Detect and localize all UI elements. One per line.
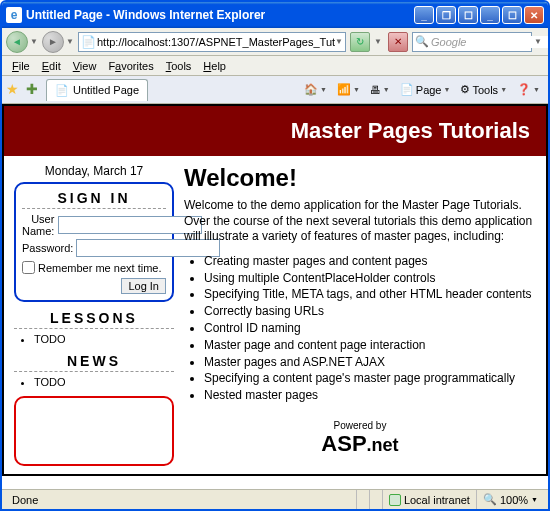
list-item: Master page and content page interaction (204, 337, 536, 354)
close-button[interactable]: ✕ (524, 6, 544, 24)
password-row: Password: (22, 239, 166, 257)
feeds-button[interactable]: 📶▼ (333, 80, 364, 100)
search-dropdown[interactable]: ▼ (534, 37, 544, 46)
menu-file[interactable]: File (6, 58, 36, 74)
refresh-button[interactable]: ↻ (350, 32, 370, 52)
page-outer: Master Pages Tutorials Monday, March 17 … (2, 104, 548, 476)
back-history-dropdown[interactable]: ▼ (30, 37, 40, 46)
page-menu-button[interactable]: 📄 Page ▼ (396, 80, 455, 100)
main-column: Welcome! Welcome to the demo application… (184, 164, 536, 466)
username-label: User Name: (22, 213, 58, 237)
page-body: Monday, March 17 SIGN IN User Name: Pass… (4, 156, 546, 474)
list-item: Creating master pages and content pages (204, 253, 536, 270)
intro-text: Welcome to the demo application for the … (184, 198, 536, 245)
favorites-star-icon[interactable]: ★ (6, 81, 24, 99)
maximize-button[interactable]: ☐ (458, 6, 478, 24)
tools-menu-button[interactable]: ⚙ Tools ▼ (456, 80, 511, 100)
banner-title: Master Pages Tutorials (291, 118, 530, 143)
browser-window: e Untitled Page - Windows Internet Explo… (0, 0, 550, 511)
menu-view[interactable]: View (67, 58, 103, 74)
signin-box: SIGN IN User Name: Password: Remember me… (14, 182, 174, 302)
zone-icon (389, 494, 401, 506)
page-heading: Welcome! (184, 164, 536, 192)
content-area: Master Pages Tutorials Monday, March 17 … (2, 104, 548, 489)
lessons-item: TODO (34, 333, 174, 345)
forward-history-dropdown[interactable]: ▼ (66, 37, 76, 46)
back-button[interactable]: ◄ (6, 31, 28, 53)
powered-by-label: Powered by (184, 420, 536, 431)
news-section: NEWS TODO (14, 353, 174, 388)
home-button[interactable]: 🏠▼ (300, 80, 331, 100)
help-button[interactable]: ❓▼ (513, 80, 544, 100)
zoom-control[interactable]: 🔍 100% ▼ (476, 490, 544, 509)
window-title: Untitled Page - Windows Internet Explore… (26, 8, 414, 22)
signin-heading: SIGN IN (22, 190, 166, 209)
powered-by: Powered by ASP.net (184, 420, 536, 457)
menu-tools[interactable]: Tools (160, 58, 198, 74)
stop-button[interactable]: ✕ (388, 32, 408, 52)
list-item: Nested master pages (204, 387, 536, 404)
window-buttons: _ ❐ ☐ _ ☐ ✕ (414, 6, 544, 24)
news-heading: NEWS (14, 353, 174, 372)
status-text: Done (6, 490, 356, 509)
minimize-button[interactable]: _ (414, 6, 434, 24)
address-bar[interactable]: 📄 ▼ (78, 32, 346, 52)
refresh-dropdown[interactable]: ▼ (374, 37, 384, 46)
print-button[interactable]: 🖶▼ (366, 80, 394, 100)
address-dropdown[interactable]: ▼ (335, 37, 343, 46)
restore-button[interactable]: ❐ (436, 6, 456, 24)
add-favorites-icon[interactable]: ✚ (26, 81, 44, 99)
remember-label: Remember me next time. (38, 262, 161, 274)
minimize2-button[interactable]: _ (480, 6, 500, 24)
navigation-bar: ◄ ▼ ► ▼ 📄 ▼ ↻ ▼ ✕ 🔍 ▼ (2, 28, 548, 56)
password-label: Password: (22, 242, 76, 254)
search-box[interactable]: 🔍 (412, 32, 532, 52)
lessons-heading: LESSONS (14, 310, 174, 329)
menu-help[interactable]: Help (197, 58, 232, 74)
titlebar: e Untitled Page - Windows Internet Explo… (2, 2, 548, 28)
list-item: Using multiple ContentPlaceHolder contro… (204, 270, 536, 287)
search-input[interactable] (431, 36, 550, 48)
lessons-section: LESSONS TODO (14, 310, 174, 345)
status-blank2 (369, 490, 382, 509)
date-label: Monday, March 17 (14, 164, 174, 178)
remember-checkbox[interactable] (22, 261, 35, 274)
menu-favorites[interactable]: Favorites (102, 58, 159, 74)
login-button[interactable]: Log In (121, 278, 166, 294)
menu-edit[interactable]: Edit (36, 58, 67, 74)
toolbar-right: 🏠▼ 📶▼ 🖶▼ 📄 Page ▼ ⚙ Tools ▼ ❓▼ (300, 80, 544, 100)
red-highlight-box (14, 396, 174, 466)
browser-tab[interactable]: 📄 Untitled Page (46, 79, 148, 101)
username-input[interactable] (58, 216, 202, 234)
list-item: Control ID naming (204, 320, 536, 337)
feature-list: Creating master pages and content pages … (204, 253, 536, 404)
remember-row: Remember me next time. (22, 261, 166, 274)
status-blank1 (356, 490, 369, 509)
search-icon: 🔍 (415, 35, 429, 48)
tab-page-icon: 📄 (55, 84, 69, 97)
menu-bar: File Edit View Favorites Tools Help (2, 56, 548, 76)
security-zone[interactable]: Local intranet (382, 490, 476, 509)
url-input[interactable] (97, 34, 335, 50)
banner: Master Pages Tutorials (4, 106, 546, 156)
status-bar: Done Local intranet 🔍 100% ▼ (2, 489, 548, 509)
tab-toolbar: ★ ✚ 📄 Untitled Page 🏠▼ 📶▼ 🖶▼ 📄 Page ▼ ⚙ … (2, 76, 548, 104)
news-item: TODO (34, 376, 174, 388)
aspnet-logo: ASP.net (184, 431, 536, 457)
ie-icon: e (6, 7, 22, 23)
list-item: Specifying Title, META tags, and other H… (204, 286, 536, 303)
username-row: User Name: (22, 213, 166, 237)
list-item: Specifying a content page's master page … (204, 370, 536, 387)
list-item: Correctly basing URLs (204, 303, 536, 320)
page-icon: 📄 (81, 35, 95, 49)
left-column: Monday, March 17 SIGN IN User Name: Pass… (14, 164, 174, 466)
list-item: Master pages and ASP.NET AJAX (204, 354, 536, 371)
forward-button[interactable]: ► (42, 31, 64, 53)
tab-title: Untitled Page (73, 84, 139, 96)
maximize2-button[interactable]: ☐ (502, 6, 522, 24)
